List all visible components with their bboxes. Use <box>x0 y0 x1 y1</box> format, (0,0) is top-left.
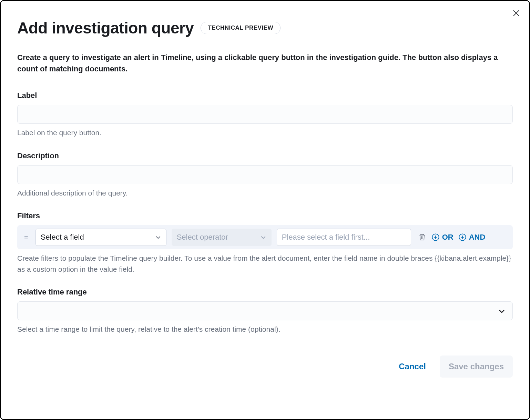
close-button[interactable] <box>511 8 521 18</box>
chevron-down-icon <box>155 234 161 240</box>
filter-value-select[interactable]: Please select a field first... <box>277 229 411 246</box>
cancel-button[interactable]: Cancel <box>399 362 426 371</box>
or-button-label: OR <box>442 233 453 242</box>
filters-field-group: Filters = Select a field Select operator… <box>17 211 513 274</box>
equals-icon: = <box>22 233 30 241</box>
timerange-field-label: Relative time range <box>17 288 513 297</box>
filter-value-placeholder: Please select a field first... <box>282 233 370 242</box>
chevron-down-icon <box>498 307 506 315</box>
save-changes-button[interactable]: Save changes <box>440 356 513 378</box>
and-button[interactable]: AND <box>459 233 486 242</box>
dialog-title: Add investigation query <box>17 19 194 37</box>
timerange-select[interactable] <box>17 301 513 320</box>
filters-row: = Select a field Select operator Please … <box>17 225 513 249</box>
description-helper-text: Additional description of the query. <box>17 188 513 199</box>
close-icon <box>513 10 519 16</box>
filter-operator-placeholder: Select operator <box>177 233 228 242</box>
technical-preview-badge: TECHNICAL PREVIEW <box>201 22 281 34</box>
and-button-label: AND <box>469 233 486 242</box>
plus-circle-icon <box>459 233 466 241</box>
timerange-helper-text: Select a time range to limit the query, … <box>17 324 513 335</box>
filters-helper-text: Create filters to populate the Timeline … <box>17 253 513 274</box>
plus-circle-icon <box>432 233 439 241</box>
or-button[interactable]: OR <box>432 233 453 242</box>
description-field-label: Description <box>17 151 513 160</box>
trash-icon <box>418 233 426 241</box>
filters-field-label: Filters <box>17 211 513 220</box>
label-input[interactable] <box>17 105 513 124</box>
label-helper-text: Label on the query button. <box>17 127 513 138</box>
label-field-group: Label Label on the query button. <box>17 91 513 138</box>
filter-operator-select[interactable]: Select operator <box>172 229 272 246</box>
filter-field-select[interactable]: Select a field <box>35 229 166 246</box>
chevron-down-icon <box>260 234 266 240</box>
dialog-footer: Cancel Save changes <box>17 356 513 378</box>
delete-filter-button[interactable] <box>418 233 427 242</box>
description-input[interactable] <box>17 165 513 184</box>
dialog-header: Add investigation query TECHNICAL PREVIE… <box>17 19 513 37</box>
label-field-label: Label <box>17 91 513 100</box>
timerange-field-group: Relative time range Select a time range … <box>17 288 513 335</box>
filter-field-placeholder: Select a field <box>41 233 84 242</box>
description-field-group: Description Additional description of th… <box>17 151 513 199</box>
intro-text: Create a query to investigate an alert i… <box>17 52 513 74</box>
